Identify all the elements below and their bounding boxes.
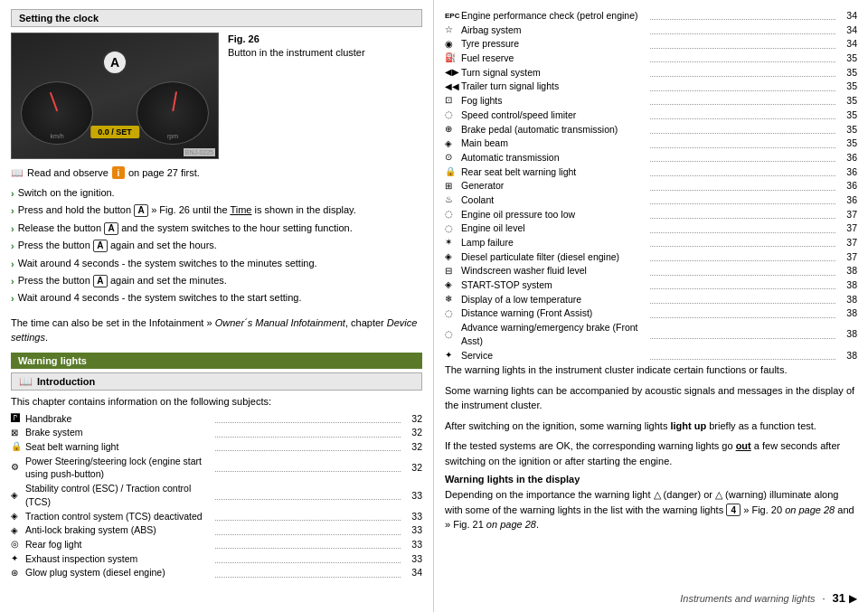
toc-label: Brake system (25, 426, 212, 439)
book-icon: 📖 (11, 167, 24, 179)
toc-lamp-failure: ✶ Lamp failure 37 (445, 236, 857, 250)
instructions-list: › Switch on the ignition. › Press and ho… (11, 186, 422, 306)
right-toc-label: Engine oil pressure too low (461, 208, 646, 221)
instruction-3: › Release the button A and the system sw… (11, 221, 422, 236)
right-toc-page: 34 (839, 24, 857, 37)
right-toc-dots (650, 351, 835, 360)
cluster-a-label: A (102, 50, 127, 75)
brake-icon: ⊠ (11, 427, 25, 439)
read-observe: 📖 Read and observe i on page 27 first. (11, 166, 422, 179)
toc-tyre: ◉ Tyre pressure 34 (445, 37, 857, 51)
warning-in-display-text: Depending on the importance the warning … (445, 487, 857, 532)
right-toc-page: 36 (839, 165, 857, 179)
right-toc-dots (650, 40, 835, 49)
page-ref: on page 27 first. (128, 167, 200, 178)
arrow-6: › (11, 275, 14, 288)
toc-label: Exhaust inspection system (25, 552, 212, 566)
toc-main-beam: ◈ Main beam 35 (445, 137, 857, 150)
right-toc-label: Service (461, 349, 646, 362)
arrow-2: › (11, 204, 14, 218)
arrow-7: › (11, 292, 14, 306)
right-toc-list: EPC Engine performance check (petrol eng… (445, 9, 857, 362)
right-toc-label: Fuel reserve (461, 52, 646, 65)
instruction-5: › Wait around 4 seconds - the system swi… (11, 257, 422, 271)
power-steering-icon: ⚙ (11, 461, 25, 474)
footer-label: Instruments and warning lights (680, 593, 815, 604)
service-icon: ✦ (445, 349, 461, 362)
right-toc-label: Lamp failure (461, 236, 646, 250)
toc-airbag: ☆ Airbag system 34 (445, 24, 857, 37)
toc-dots (215, 569, 401, 578)
speed-control-icon: ◌ (445, 108, 461, 121)
toc-auto-trans: ⊙ Automatic transmission 36 (445, 151, 857, 165)
arrow-4: › (11, 240, 14, 253)
handbrake-icon: 🅿 (11, 412, 25, 425)
right-toc-dots (650, 68, 835, 77)
toc-item-exhaust: ✦ Exhaust inspection system 33 (11, 552, 422, 566)
abs-icon: ◈ (11, 524, 25, 537)
toc-page: 32 (404, 426, 422, 439)
right-toc-page: 37 (839, 208, 857, 221)
toc-dots (215, 428, 401, 438)
oil-level-icon: ◌ (445, 222, 461, 235)
right-toc-label: Turn signal system (461, 66, 646, 80)
dpf-icon: ◈ (445, 250, 461, 263)
right-toc-label: Rear seat belt warning light (461, 165, 646, 179)
toc-label: Stability control (ESC) / Traction contr… (25, 482, 212, 508)
airbag-icon: ☆ (445, 24, 461, 36)
right-toc-page: 37 (839, 221, 857, 235)
right-toc-page: 35 (839, 137, 857, 150)
instr-text-5: Wait around 4 seconds - the system switc… (18, 257, 317, 270)
right-toc-label: Trailer turn signal lights (461, 80, 646, 93)
right-toc-page: 36 (839, 151, 857, 165)
fog-lights-icon: ⊡ (445, 94, 461, 107)
right-toc-label: Advance warning/emergency brake (Front A… (461, 321, 646, 347)
toc-page: 32 (404, 461, 422, 475)
right-toc-dots (650, 53, 835, 62)
right-toc-label: Brake pedal (automatic transmission) (461, 123, 646, 137)
right-toc-dots (650, 195, 835, 204)
main-beam-icon: ◈ (445, 137, 461, 150)
instruction-4: › Press the button A again and set the h… (11, 239, 422, 253)
seatbelt-icon: 🔒 (11, 440, 25, 453)
toc-item-glow-plug: ⊛ Glow plug system (diesel engine) 34 (11, 566, 422, 579)
toc-start-stop: ◈ START-STOP system 38 (445, 278, 857, 292)
section-title: Setting the clock (19, 13, 99, 24)
right-toc-dots (650, 110, 835, 119)
right-toc-page: 34 (839, 9, 857, 23)
right-toc-label: Main beam (461, 137, 646, 150)
toc-generator: ⊞ Generator 36 (445, 179, 857, 193)
toc-page: 34 (404, 566, 422, 579)
toc-label: Anti-lock braking system (ABS) (25, 523, 212, 537)
start-stop-icon: ◈ (445, 278, 461, 291)
display-bar: 0.0 / SET (90, 126, 139, 138)
right-toc-page: 37 (839, 236, 857, 250)
right-toc-dots (650, 309, 835, 318)
right-toc-label: Display of a low temperature (461, 293, 646, 306)
introduction-header: 📖 Introduction (11, 372, 422, 391)
right-toc-page: 35 (839, 94, 857, 108)
warning-para-3: After switching on the ignition, some wa… (445, 419, 857, 434)
esc-icon: ◈ (11, 489, 25, 502)
right-toc-page: 38 (839, 327, 857, 341)
right-toc-label: Engine oil level (461, 221, 646, 235)
toc-page: 32 (404, 412, 422, 426)
rear-seatbelt-icon: 🔒 (445, 165, 461, 178)
right-toc-page: 35 (839, 123, 857, 137)
right-toc-page: 35 (839, 66, 857, 80)
toc-coolant: ♨ Coolant 36 (445, 193, 857, 207)
toc-item-power-steering: ⚙ Power Steering/steering lock (engine s… (11, 455, 422, 481)
right-toc-label: Coolant (461, 193, 646, 207)
warning-para-4: If the tested systems are OK, the corres… (445, 438, 857, 468)
footer-page-number: 31 (833, 591, 845, 605)
right-toc-label: Airbag system (461, 24, 646, 37)
toc-label: Rear fog light (25, 538, 212, 551)
right-toc-dots (650, 295, 835, 304)
right-toc-label: Fog lights (461, 94, 646, 108)
right-toc-label: Automatic transmission (461, 151, 646, 165)
toc-dots (215, 414, 401, 423)
right-toc-page: 38 (839, 349, 857, 362)
toc-dots (215, 540, 401, 549)
toc-item-handbrake: 🅿 Handbrake 32 (11, 412, 422, 426)
toc-item-abs: ◈ Anti-lock braking system (ABS) 33 (11, 523, 422, 537)
